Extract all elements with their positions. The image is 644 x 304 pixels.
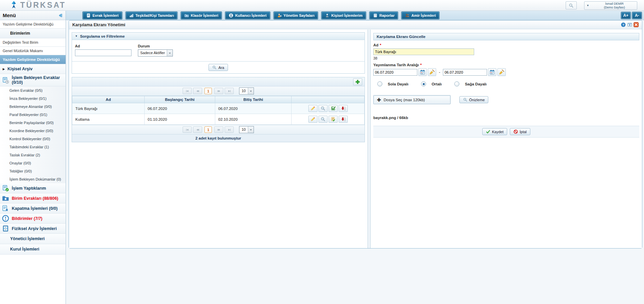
preview-button[interactable]: Önizleme bbox=[459, 96, 488, 103]
sidebar-item-tebligler-0-0[interactable]: Tebliğler (0/0) bbox=[0, 167, 66, 175]
toolbar-button-teskilat-kisi-tanimlari[interactable]: Teşkilat/Kişi Tanımları bbox=[126, 12, 178, 19]
table-row-kutlama[interactable]: Kutlama01.10.202002.10.2020011001 bbox=[72, 114, 365, 125]
download-button[interactable]: 011001 bbox=[339, 105, 348, 112]
sidebar-item-takibimdeki-evraklar-1[interactable]: Takibimdeki Evraklar (1) bbox=[0, 143, 66, 151]
page-first-button[interactable] bbox=[183, 88, 192, 94]
help-icon[interactable]: ? bbox=[621, 22, 626, 27]
sidebar-item-genel-mudurluk-makami[interactable]: Genel Müdürlük Makamı bbox=[0, 47, 66, 55]
save-button[interactable]: Kaydet bbox=[482, 128, 507, 135]
global-search-button[interactable] bbox=[566, 1, 577, 9]
record-count-footer: 2 adet kayıt bulunmuştur bbox=[72, 134, 365, 142]
sidebar-item-paraf-bekleyenler-0-1[interactable]: Paraf Bekleyenler (0/1) bbox=[0, 111, 66, 119]
search-button[interactable]: Ara bbox=[209, 64, 228, 71]
cell-actions: 011001 bbox=[292, 103, 365, 114]
form-title: Karşılama Ekranı Güncelle bbox=[377, 35, 425, 39]
font-increase-button[interactable]: A+ bbox=[621, 12, 631, 19]
date-from-input[interactable] bbox=[373, 69, 417, 76]
close-icon[interactable] bbox=[634, 22, 639, 27]
toolbar-button-raporlar[interactable]: Raporlar bbox=[370, 12, 398, 19]
sidebar-item-beklemeye-alinanlar-0-0[interactable]: Beklemeye Alınanlar (0/0) bbox=[0, 103, 66, 111]
cabinet-icon bbox=[2, 225, 9, 232]
sidebar-item-yonetici-islemleri[interactable]: Yönetici İşlemleri bbox=[0, 234, 66, 244]
doc-ok-icon bbox=[2, 185, 9, 192]
page-first-button[interactable] bbox=[183, 126, 192, 133]
page-last-button[interactable] bbox=[225, 88, 234, 94]
sidebar-item-imza-bekleyenler-0-1[interactable]: İmza Bekleyenler (0/1) bbox=[0, 94, 66, 103]
page-last-button[interactable] bbox=[225, 126, 234, 133]
add-record-button[interactable] bbox=[353, 78, 362, 85]
sidebar-item-degistirilen-test-birim[interactable]: Değiştirilen Test Birim bbox=[0, 38, 66, 47]
sidebar-item-yazilim-gelistirme-direktorlugu[interactable]: Yazılım Geliştirme Direktörlüğü bbox=[0, 20, 66, 29]
sidebar-item-islem-bekleyen-evraklar-0-10[interactable]: İşlem Bekleyen Evraklar (0/10) bbox=[0, 74, 66, 86]
file-select-button[interactable]: ✚ Dosya Seç (max 120kb) bbox=[373, 95, 451, 104]
sidebar-item-islem-yaptiklarim[interactable]: İşlem Yaptıklarım bbox=[0, 183, 66, 193]
toolbar-button-yonetim-sayfalari[interactable]: Yönetim Sayfaları bbox=[274, 12, 318, 19]
toolbar-button-evrak-islemleri[interactable]: Evrak İşlemleri bbox=[83, 12, 122, 19]
edit-button[interactable] bbox=[308, 116, 317, 123]
toolbar-button-kisisel-islemlerim[interactable]: Kişisel İşlemlerim bbox=[321, 12, 366, 19]
sidebar-item-kapatma-islemleri-0-0[interactable]: Kapatma İşlemleri (0/0) bbox=[0, 203, 66, 214]
sidebar-item-birimlerim[interactable]: Birimlerim bbox=[0, 29, 66, 38]
status-button[interactable] bbox=[329, 116, 338, 123]
user-menu[interactable]: ▼ İsmail DEMİR (Demo Sayfası) bbox=[584, 1, 637, 10]
sidebar-item-kurul-islemleri[interactable]: Kurul İşlemleri bbox=[0, 244, 66, 255]
sidebar-item-birim-evraklari-88-806[interactable]: Birim Evrakları (88/806) bbox=[0, 193, 66, 203]
radio-ortali[interactable] bbox=[421, 81, 426, 86]
durum-select[interactable]: Sadece Aktifler bbox=[138, 49, 173, 56]
dock-panel-icon[interactable] bbox=[627, 22, 632, 27]
current-page[interactable]: 1 bbox=[204, 126, 212, 133]
toolbar-button-amir-islemleri[interactable]: Amir İşlemleri bbox=[402, 12, 439, 19]
folder-home-icon bbox=[2, 195, 9, 202]
toolbar-button-klasor-islemleri[interactable]: Klasör İşlemleri bbox=[181, 12, 222, 19]
current-page[interactable]: 1 bbox=[204, 88, 212, 94]
page-size-select[interactable]: 10 bbox=[239, 87, 254, 94]
no-entry-icon bbox=[514, 129, 518, 134]
results-table: AdBaşlangıç TarihiBitiş Tarihi Türk Bayr… bbox=[72, 96, 365, 125]
sidebar-item-benimle-paylasilanlar-0-0[interactable]: Benimle Paylaşılanlar (0/0) bbox=[0, 119, 66, 127]
clear-date-broom-icon[interactable] bbox=[428, 68, 436, 76]
panel-splitter[interactable] bbox=[368, 30, 371, 248]
clear-date-broom-icon[interactable] bbox=[497, 68, 506, 76]
sidebar-item-kontrol-bekleyenler-0-0[interactable]: Kontrol Bekleyenler (0/0) bbox=[0, 135, 66, 143]
calendar-icon[interactable] bbox=[418, 68, 427, 76]
cancel-button[interactable]: İptal bbox=[510, 128, 530, 135]
sidebar-item-kisisel-arsiv[interactable]: ▶Kişisel Arşiv bbox=[0, 64, 66, 74]
page-next-button[interactable] bbox=[214, 126, 223, 133]
page-next-button[interactable] bbox=[214, 88, 223, 94]
view-button[interactable] bbox=[318, 105, 328, 112]
date-to-input[interactable] bbox=[443, 69, 487, 76]
svg-text:?: ? bbox=[622, 23, 624, 27]
radio-sola-dayali[interactable] bbox=[377, 81, 382, 86]
sidebar-item-yazilim-gelistirme-direktorlugu[interactable]: Yazılım Geliştirme Direktörlüğü bbox=[0, 55, 66, 64]
sidebar-item-onaylar-0-0[interactable]: Onaylar (0/0) bbox=[0, 159, 66, 167]
form-ad-input[interactable] bbox=[373, 48, 474, 55]
sidebar-item-taslak-evraklar-2[interactable]: Taslak Evraklar (2) bbox=[0, 151, 66, 159]
download-button[interactable]: 011001 bbox=[339, 116, 348, 123]
edit-button[interactable] bbox=[308, 105, 317, 112]
sidebar-item-islem-bekleyen-dokumanlar-0[interactable]: İşlem Bekleyen Dokümanlar (0) bbox=[0, 175, 66, 183]
sidebar-item-fiziksel-arsiv-islemleri[interactable]: Fiziksel Arşiv İşlemleri bbox=[0, 224, 66, 234]
font-decrease-button[interactable]: A- bbox=[632, 12, 642, 19]
status-button[interactable] bbox=[329, 105, 338, 112]
toolbar-button-kullanici-islemleri[interactable]: Kullanıcı İşlemleri bbox=[225, 12, 270, 19]
ad-filter-input[interactable] bbox=[75, 49, 131, 56]
calendar-icon[interactable] bbox=[488, 68, 496, 76]
menu-collapse-icon[interactable] bbox=[58, 13, 63, 18]
table-row-turk-bayragi[interactable]: Türk Bayrağı06.07.202006.07.2020011001 bbox=[72, 103, 365, 114]
radio-saga-dayali[interactable] bbox=[454, 81, 459, 86]
sidebar-title: Menü bbox=[3, 12, 16, 18]
sidebar-item-gelen-evraklar-0-5[interactable]: Gelen Evraklar (0/5) bbox=[0, 86, 66, 94]
page-prev-button[interactable] bbox=[193, 88, 202, 94]
page-size-select[interactable]: 10 bbox=[239, 126, 254, 133]
cell-baslangic: 06.07.2020 bbox=[145, 103, 215, 114]
sidebar-item-koordine-bekleyenler-0-0[interactable]: Koordine Bekleyenler (0/0) bbox=[0, 127, 66, 135]
view-button[interactable] bbox=[318, 116, 328, 123]
sidebar-item-label: Kişisel Arşiv bbox=[7, 67, 33, 71]
page-prev-button[interactable] bbox=[193, 126, 202, 133]
user-icon bbox=[229, 13, 233, 18]
pagination-bottom: 110 bbox=[72, 125, 365, 134]
filter-panel-header[interactable]: ▼ Sorgulama ve Filtreleme bbox=[72, 33, 365, 40]
magnifier-icon bbox=[463, 98, 467, 102]
doc-check-icon bbox=[331, 117, 336, 122]
sidebar-item-bildirimler-7-7[interactable]: Bildirimler (7/7) bbox=[0, 214, 66, 224]
